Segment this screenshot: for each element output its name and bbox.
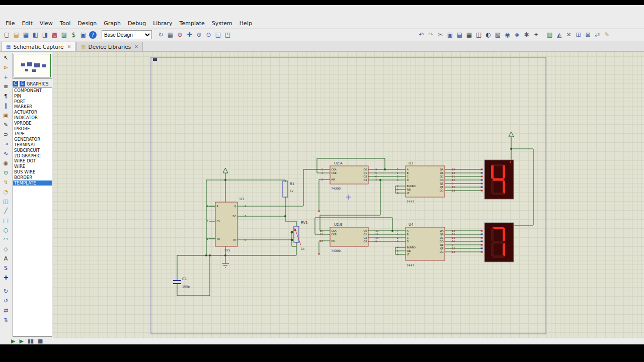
help-icon[interactable]: ? [89, 31, 97, 39]
object-selector-item[interactable]: PORT [13, 99, 52, 105]
origin-icon[interactable]: ⊕ [175, 30, 185, 40]
potentiometer-rv1[interactable]: RV1 1k [294, 221, 308, 250]
undo-icon[interactable]: ↶ [417, 30, 426, 40]
refresh-icon[interactable]: ↻ [156, 30, 166, 40]
menu-item[interactable]: System [208, 19, 236, 28]
component-mode-icon[interactable]: ⊳ [1, 63, 11, 72]
chip-U4[interactable]: 7A1B2C6D4BI/RBO5RBI3LT13QA12QB11QC10QD9Q… [397, 223, 455, 267]
menu-item[interactable]: Library [149, 19, 176, 28]
chip-U2:A[interactable]: 1CKA4CKB2MR3Q05Q16Q27Q3U2:A74390 [321, 161, 377, 190]
menu-item[interactable]: Graph [100, 19, 124, 28]
resistor-r1[interactable]: R1 1k [283, 181, 294, 197]
save-project-icon[interactable]: ▦ [21, 30, 31, 40]
menu-item[interactable]: File [2, 19, 18, 28]
pick-device-icon[interactable]: ◉ [503, 30, 512, 40]
decompose-icon[interactable]: ✦ [531, 30, 541, 40]
object-selector-item[interactable]: WIRE [13, 164, 52, 169]
mirror-x-icon[interactable]: ⇄ [1, 306, 11, 315]
zoom-area-icon[interactable]: ◱ [213, 30, 223, 40]
export-icon[interactable]: ◨ [40, 30, 50, 40]
search-tag-icon[interactable]: ✕ [564, 30, 574, 40]
object-selector-item[interactable]: ACTUATOR [13, 110, 52, 115]
voltage-probe-mode-icon[interactable]: ↯ [1, 177, 11, 187]
seven-segment-display-2[interactable] [481, 223, 515, 262]
schematic-capture-icon[interactable]: ▩ [50, 30, 59, 40]
bill-of-materials-icon[interactable]: $ [69, 30, 78, 40]
stop-button[interactable]: ■ [38, 338, 43, 344]
terminals-mode-icon[interactable]: ⊃ [1, 130, 11, 139]
object-selector-item[interactable]: 2D GRAPHIC [13, 153, 52, 159]
object-selector-item[interactable]: TERMINAL [13, 142, 52, 148]
object-selector-item[interactable]: WIRE DOT [13, 158, 52, 164]
block-copy-icon[interactable]: ▦ [464, 30, 474, 40]
cut-icon[interactable]: ✂ [436, 30, 445, 40]
copy-icon[interactable]: ▣ [445, 30, 455, 40]
capacitor-c1[interactable]: C1 100p [173, 277, 190, 289]
pause-button[interactable]: ▮▮ [28, 338, 34, 344]
tab-schematic-capture[interactable]: ▦ Schematic Capture ✕ [2, 42, 75, 51]
object-selector-item[interactable]: SUBCIRCUIT [13, 148, 52, 153]
menu-item[interactable]: Debug [124, 19, 149, 28]
make-device-icon[interactable]: ◈ [512, 30, 522, 40]
subcircuit-mode-icon[interactable]: ▣ [1, 111, 11, 120]
2d-text-mode-icon[interactable]: A [1, 254, 11, 263]
menu-item[interactable]: Edit [18, 19, 36, 28]
new-project-icon[interactable]: ▢ [2, 30, 12, 40]
ground-terminal-icon[interactable] [222, 263, 229, 267]
2d-line-mode-icon[interactable]: ╱ [1, 206, 11, 216]
tape-recorder-mode-icon[interactable]: ◉ [1, 158, 11, 168]
object-selector-item[interactable]: COMPONENT [13, 88, 52, 94]
object-selector-item[interactable]: TEMPLATE [13, 180, 52, 186]
zoom-in-icon[interactable]: ⊕ [194, 30, 204, 40]
add-sheet-icon[interactable]: ⊞ [574, 30, 583, 40]
menu-item[interactable]: Design [74, 19, 100, 28]
design-explorer-icon[interactable]: ▣ [78, 30, 88, 40]
junction-dot-mode-icon[interactable]: + [1, 72, 11, 82]
menu-item[interactable]: Help [236, 19, 256, 28]
overview-preview[interactable] [13, 53, 52, 79]
graph-mode-icon[interactable]: ∿ [1, 149, 11, 158]
components-filter-button[interactable]: C [13, 81, 18, 86]
object-selector-item[interactable]: VPROBE [13, 121, 52, 126]
menu-item[interactable]: View [36, 19, 56, 28]
object-selector-item[interactable]: BUS WIRE [13, 169, 52, 175]
text-script-mode-icon[interactable]: ¶ [1, 92, 11, 101]
play-button[interactable]: ▶ [11, 338, 15, 344]
tab-close-icon[interactable]: ✕ [67, 44, 71, 49]
mirror-y-icon[interactable]: ⇅ [1, 315, 11, 325]
chip-U3[interactable]: 7A1B2C6D4BI/RBO5RBI3LT13QA12QB11QC10QD9Q… [397, 161, 455, 203]
2d-marker-mode-icon[interactable]: ✚ [1, 273, 11, 283]
edit-properties-icon[interactable]: ✎ [602, 30, 612, 40]
device-pin-mode-icon[interactable]: ⊸ [1, 139, 11, 149]
object-selector-item[interactable]: IPROBE [13, 126, 52, 132]
menu-item[interactable]: Template [176, 19, 208, 28]
seven-segment-display-1[interactable] [481, 160, 514, 199]
object-selector-item[interactable]: INDICATOR [13, 115, 52, 121]
design-select[interactable]: Base Design [102, 30, 152, 39]
tab-device-libraries[interactable]: ▥ Device Libraries ✕ [76, 42, 143, 51]
virtual-instruments-mode-icon[interactable]: ◫ [1, 197, 11, 206]
rotate-clockwise-icon[interactable]: ↻ [1, 287, 11, 296]
netlist-compile-icon[interactable]: ◭ [554, 30, 564, 40]
pan-icon[interactable]: ✚ [185, 30, 194, 40]
import-icon[interactable]: ◧ [31, 30, 40, 40]
edit-filter-button[interactable]: E [20, 81, 25, 86]
redo-icon[interactable]: ↷ [426, 30, 436, 40]
zoom-out-icon[interactable]: ⊖ [204, 30, 213, 40]
2d-path-mode-icon[interactable]: ◇ [1, 244, 11, 254]
2d-arc-mode-icon[interactable]: ◠ [1, 235, 11, 244]
open-project-icon[interactable]: ▤ [12, 30, 21, 40]
paste-icon[interactable]: ▤ [455, 30, 464, 40]
rotate-anticlockwise-icon[interactable]: ↺ [1, 296, 11, 306]
step-button[interactable]: ▶ [19, 338, 23, 344]
remove-sheet-icon[interactable]: ⊠ [583, 30, 593, 40]
schematic-canvas[interactable]: R1 1k RV1 1k C1 100p 4R [53, 52, 644, 338]
object-selector-item[interactable]: BORDER [13, 175, 52, 180]
menu-item[interactable]: Tool [56, 19, 74, 28]
zoom-all-icon[interactable]: ◳ [223, 30, 232, 40]
current-probe-mode-icon[interactable]: ◔ [1, 187, 11, 197]
object-selector-item[interactable]: GENERATOR [13, 137, 52, 142]
block-rotate-icon[interactable]: ◐ [484, 30, 493, 40]
selection-pointer-icon[interactable]: ↖ [1, 53, 11, 63]
generator-mode-icon[interactable]: ⊙ [1, 168, 11, 177]
